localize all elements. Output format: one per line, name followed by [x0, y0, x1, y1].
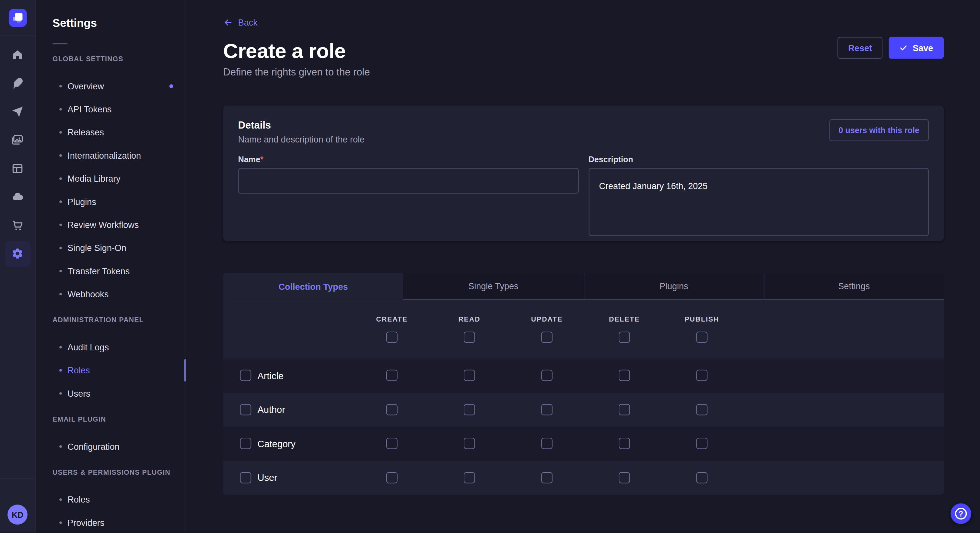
bullet-icon [59, 392, 62, 394]
sidebar-item-webhooks[interactable]: Webhooks [52, 282, 186, 305]
cart-icon[interactable] [5, 213, 30, 238]
sidebar-item-label: Webhooks [67, 289, 108, 299]
select-all-read-checkbox[interactable] [464, 332, 475, 343]
sidebar-item-plugins[interactable]: Plugins [52, 190, 186, 213]
description-textarea[interactable]: Created January 16th, 2025 [589, 168, 929, 236]
back-link[interactable]: Back [223, 17, 258, 27]
select-all-update-checkbox[interactable] [541, 332, 552, 343]
sidebar-item-roles-up[interactable]: Roles [52, 488, 186, 511]
divider [0, 478, 36, 479]
users-with-role-button[interactable]: 0 users with this role [829, 119, 929, 141]
divider [0, 35, 35, 36]
article-select-checkbox[interactable] [240, 370, 251, 381]
strapi-logo-icon[interactable] [8, 9, 27, 27]
bullet-icon [59, 445, 62, 447]
user-delete-checkbox[interactable] [619, 472, 630, 484]
article-read-checkbox[interactable] [464, 370, 475, 381]
author-read-checkbox[interactable] [464, 404, 475, 415]
user-update-checkbox[interactable] [541, 472, 552, 484]
user-avatar[interactable]: KD [8, 504, 27, 525]
notification-dot [170, 84, 173, 88]
email-plugin-list: Configuration [52, 435, 186, 458]
settings-sidebar: Settings GLOBAL SETTINGS Overview API To… [36, 0, 186, 533]
details-card: Details Name and description of the role… [223, 106, 944, 241]
author-delete-checkbox[interactable] [619, 404, 630, 415]
sidebar-item-overview[interactable]: Overview [52, 74, 186, 97]
paper-plane-icon[interactable] [5, 99, 30, 124]
user-read-checkbox[interactable] [464, 472, 475, 484]
author-select-checkbox[interactable] [240, 404, 251, 415]
user-publish-checkbox[interactable] [696, 472, 708, 484]
category-delete-checkbox[interactable] [619, 438, 630, 449]
app-window: KD Settings GLOBAL SETTINGS Overview API… [0, 0, 980, 533]
main-nav: KD [0, 0, 36, 533]
sidebar-item-review-workflows[interactable]: Review Workflows [52, 213, 186, 236]
author-publish-checkbox[interactable] [696, 404, 708, 415]
table-row-user: User [223, 460, 944, 495]
sidebar-item-audit-logs[interactable]: Audit Logs [52, 335, 186, 359]
name-input[interactable] [238, 168, 579, 194]
sidebar-item-internationalization[interactable]: Internationalization [52, 144, 186, 167]
permissions-tabs: Collection Types Single Types Plugins Se… [223, 273, 944, 300]
section-heading-email-plugin: EMAIL PLUGIN [52, 416, 186, 424]
user-create-checkbox[interactable] [386, 472, 398, 484]
permissions-table-header: CREATE READ UPDATE DELETE PUBLISH [223, 300, 944, 359]
tab-settings[interactable]: Settings [764, 273, 944, 300]
images-icon[interactable] [5, 127, 30, 152]
column-headers: CREATE READ UPDATE DELETE PUBLISH [223, 300, 944, 323]
row-label: Article [258, 370, 283, 381]
gear-icon[interactable] [5, 241, 30, 266]
row-label: Author [258, 404, 285, 415]
reset-button[interactable]: Reset [838, 37, 883, 59]
sidebar-item-configuration[interactable]: Configuration [52, 435, 186, 458]
sidebar-item-providers[interactable]: Providers [52, 511, 186, 533]
sidebar-item-label: Roles [67, 365, 90, 375]
category-update-checkbox[interactable] [541, 438, 552, 449]
sidebar-item-single-sign-on[interactable]: Single Sign-On [52, 236, 186, 259]
column-header-read: READ [431, 316, 508, 323]
sidebar-item-roles-admin[interactable]: Roles [52, 359, 186, 381]
bullet-icon [59, 369, 62, 371]
sidebar-item-media-library[interactable]: Media Library [52, 167, 186, 190]
sidebar-item-label: Internationalization [67, 150, 141, 160]
article-publish-checkbox[interactable] [696, 370, 708, 381]
save-button[interactable]: Save [889, 37, 944, 59]
sidebar-item-users[interactable]: Users [52, 381, 186, 405]
author-create-checkbox[interactable] [386, 404, 398, 415]
main-content: Back Create a role Define the rights giv… [186, 0, 980, 533]
article-create-checkbox[interactable] [386, 370, 398, 381]
bullet-icon [59, 131, 62, 133]
select-all-row [223, 332, 944, 343]
help-button[interactable]: ? [950, 503, 971, 524]
back-label: Back [238, 17, 258, 27]
sidebar-item-transfer-tokens[interactable]: Transfer Tokens [52, 259, 186, 282]
article-update-checkbox[interactable] [541, 370, 552, 381]
select-all-create-checkbox[interactable] [386, 332, 398, 343]
user-select-checkbox[interactable] [240, 472, 251, 484]
layout-icon[interactable] [5, 155, 30, 181]
bullet-icon [59, 346, 62, 348]
sidebar-item-releases[interactable]: Releases [52, 121, 186, 143]
column-header-delete: DELETE [585, 316, 663, 323]
check-icon [900, 44, 908, 52]
cloud-icon[interactable] [5, 184, 30, 209]
home-icon[interactable] [5, 42, 30, 67]
article-delete-checkbox[interactable] [619, 370, 630, 381]
save-label: Save [913, 43, 933, 53]
category-read-checkbox[interactable] [464, 438, 475, 449]
tab-collection-types[interactable]: Collection Types [223, 273, 404, 300]
select-all-publish-checkbox[interactable] [696, 332, 708, 343]
category-select-checkbox[interactable] [240, 438, 251, 449]
author-update-checkbox[interactable] [541, 404, 552, 415]
bullet-icon [59, 270, 62, 272]
category-publish-checkbox[interactable] [696, 438, 708, 449]
feather-icon[interactable] [5, 70, 30, 96]
tab-single-types[interactable]: Single Types [403, 273, 583, 300]
select-all-delete-checkbox[interactable] [619, 332, 630, 343]
tab-plugins[interactable]: Plugins [583, 273, 764, 300]
bullet-icon [59, 177, 62, 180]
table-row-category: Category [223, 427, 944, 460]
category-create-checkbox[interactable] [386, 438, 398, 449]
sidebar-item-api-tokens[interactable]: API Tokens [52, 97, 186, 121]
table-row-author: Author [223, 392, 944, 427]
